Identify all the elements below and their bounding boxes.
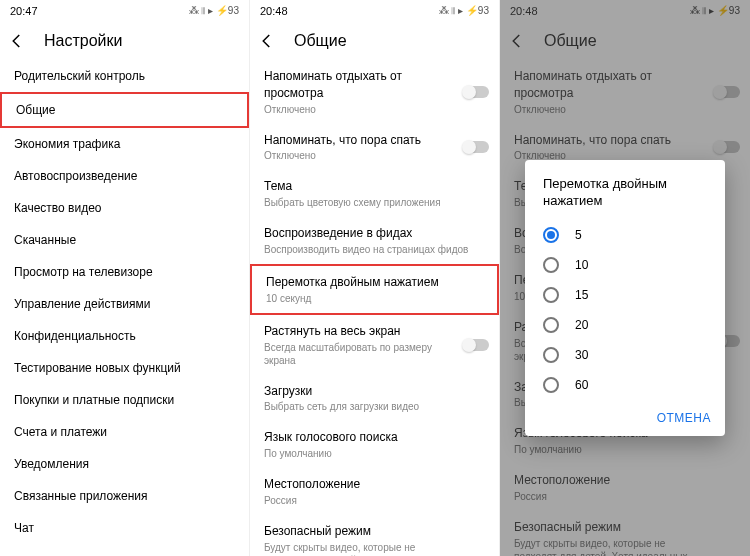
item-title: Растянуть на весь экран [264,323,455,340]
radio-label: 20 [575,318,588,332]
settings-item[interactable]: Просмотр на телевизоре [0,256,249,288]
general-item[interactable]: ЗагрузкиВыбрать сеть для загрузки видео [250,375,499,422]
item-title: Тема [264,178,485,195]
radio-label: 5 [575,228,582,242]
radio-label: 15 [575,288,588,302]
radio-option[interactable]: 60 [525,370,725,400]
settings-list: Родительский контроль Общие Экономия тра… [0,60,249,544]
radio-icon [543,317,559,333]
radio-icon [543,347,559,363]
general-item[interactable]: ТемаВыбрать цветовую схему приложения [250,170,499,217]
item-subtitle: По умолчанию [264,447,485,460]
toggle-switch[interactable] [463,141,489,153]
status-icons: ⁂ ⫴ ▸ ⚡93 [189,5,239,17]
settings-item[interactable]: Конфиденциальность [0,320,249,352]
general-item[interactable]: Безопасный режимБудут скрыты видео, кото… [250,515,499,556]
item-subtitle: Отключено [264,149,455,162]
status-bar: 20:48 ⁂ ⫴ ▸ ⚡93 [250,0,499,22]
item-subtitle: Выбрать цветовую схему приложения [264,196,485,209]
radio-icon [543,287,559,303]
settings-item[interactable]: Управление действиями [0,288,249,320]
item-title: Перемотка двойным нажатием [266,274,483,291]
toggle-switch[interactable] [463,86,489,98]
general-item[interactable]: Язык голосового поискаПо умолчанию [250,421,499,468]
item-subtitle: 10 секунд [266,292,483,305]
header: Общие [250,22,499,60]
settings-item[interactable]: Чат [0,512,249,544]
double-tap-seek-item[interactable]: Перемотка двойным нажатием10 секунд [250,264,499,315]
clock: 20:48 [260,5,288,17]
item-title: Воспроизведение в фидах [264,225,485,242]
radio-label: 10 [575,258,588,272]
radio-icon [543,257,559,273]
settings-item[interactable]: Качество видео [0,192,249,224]
item-subtitle: Выбрать сеть для загрузки видео [264,400,485,413]
seek-dialog: Перемотка двойным нажатием 51015203060 О… [525,160,725,436]
status-bar: 20:47 ⁂ ⫴ ▸ ⚡93 [0,0,249,22]
screen-general: 20:48 ⁂ ⫴ ▸ ⚡93 Общие Напоминать отдыхат… [250,0,500,556]
item-title: Безопасный режим [264,523,455,540]
item-title: Загрузки [264,383,485,400]
radio-label: 60 [575,378,588,392]
settings-item[interactable]: Счета и платежи [0,416,249,448]
general-item[interactable]: Напоминать отдыхать от просмотраОтключен… [250,60,499,124]
general-item[interactable]: Растянуть на весь экранВсегда масштабиро… [250,315,499,375]
item-subtitle: Отключено [264,103,455,116]
radio-option[interactable]: 20 [525,310,725,340]
settings-item-general[interactable]: Общие [0,92,249,128]
page-title: Настройки [44,32,122,50]
item-subtitle: Воспроизводить видео на страницах фидов [264,243,485,256]
general-item[interactable]: Воспроизведение в фидахВоспроизводить ви… [250,217,499,264]
radio-option[interactable]: 30 [525,340,725,370]
page-title: Общие [294,32,347,50]
clock: 20:47 [10,5,38,17]
general-item[interactable]: Напоминать, что пора спатьОтключено [250,124,499,171]
item-title: Напоминать отдыхать от просмотра [264,68,455,102]
radio-icon [543,377,559,393]
radio-option[interactable]: 10 [525,250,725,280]
settings-item[interactable]: Связанные приложения [0,480,249,512]
back-icon[interactable] [258,32,276,50]
settings-item[interactable]: Экономия трафика [0,128,249,160]
cancel-button[interactable]: ОТМЕНА [657,411,711,425]
dialog-title: Перемотка двойным нажатием [525,176,725,220]
screen-general-dialog: 20:48 ⁂ ⫴ ▸ ⚡93 Общие Напоминать отдыхат… [500,0,750,556]
item-subtitle: Будут скрыты видео, которые не подходят … [264,541,455,556]
item-title: Язык голосового поиска [264,429,485,446]
screen-settings: 20:47 ⁂ ⫴ ▸ ⚡93 Настройки Родительский к… [0,0,250,556]
general-item[interactable]: МестоположениеРоссия [250,468,499,515]
radio-option[interactable]: 15 [525,280,725,310]
settings-item[interactable]: Тестирование новых функций [0,352,249,384]
item-title: Напоминать, что пора спать [264,132,455,149]
radio-option[interactable]: 5 [525,220,725,250]
settings-item[interactable]: Покупки и платные подписки [0,384,249,416]
toggle-switch[interactable] [463,339,489,351]
item-subtitle: Всегда масштабировать по размеру экрана [264,341,455,367]
settings-item[interactable]: Автовоспроизведение [0,160,249,192]
radio-icon [543,227,559,243]
status-icons: ⁂ ⫴ ▸ ⚡93 [439,5,489,17]
header: Настройки [0,22,249,60]
settings-item[interactable]: Скачанные [0,224,249,256]
back-icon[interactable] [8,32,26,50]
settings-item[interactable]: Уведомления [0,448,249,480]
item-subtitle: Россия [264,494,485,507]
settings-item[interactable]: Родительский контроль [0,60,249,92]
radio-label: 30 [575,348,588,362]
item-title: Местоположение [264,476,485,493]
general-list: Напоминать отдыхать от просмотраОтключен… [250,60,499,556]
